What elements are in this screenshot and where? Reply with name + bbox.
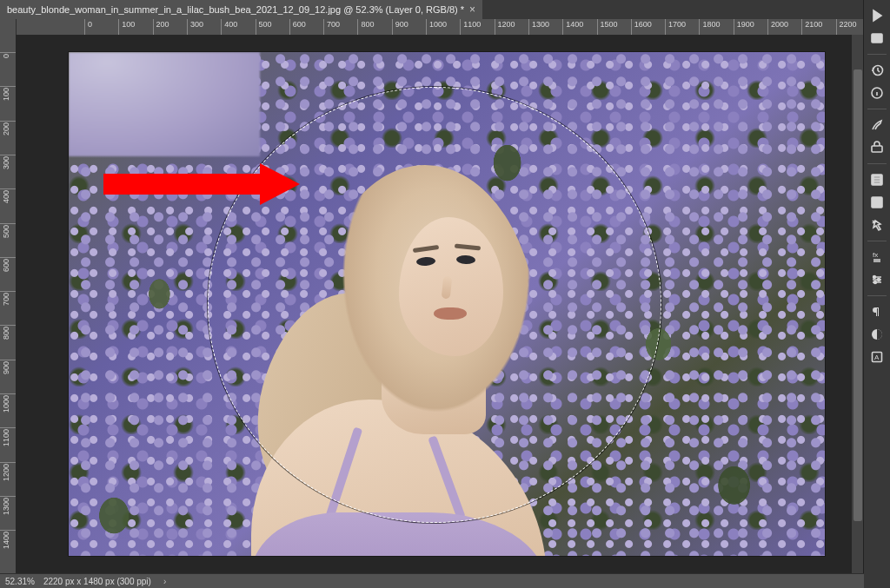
zoom-level[interactable]: 52.31% xyxy=(5,577,35,586)
document-tab-title: beauty_blonde_woman_in_summer_in_a_lilac… xyxy=(7,4,464,15)
masks-icon[interactable] xyxy=(866,324,888,345)
panel-separator xyxy=(867,241,887,241)
adjustments-icon[interactable] xyxy=(866,269,888,290)
canvas-viewport[interactable] xyxy=(16,35,864,574)
document-tab[interactable]: beauty_blonde_woman_in_summer_in_a_lilac… xyxy=(0,0,482,19)
svg-point-14 xyxy=(874,281,877,284)
svg-rect-0 xyxy=(872,34,882,43)
learn-panel-icon[interactable] xyxy=(866,28,888,49)
svg-text:A: A xyxy=(874,353,880,361)
document-info[interactable]: 2220 px x 1480 px (300 ppi) xyxy=(43,577,151,586)
status-flyout-icon[interactable]: › xyxy=(160,577,169,586)
svg-rect-6 xyxy=(873,179,880,181)
elliptical-selection[interactable] xyxy=(208,87,661,523)
svg-text:fx: fx xyxy=(873,251,878,259)
close-tab-icon[interactable]: × xyxy=(469,4,475,15)
svg-rect-5 xyxy=(873,176,880,178)
panel-dock: fxA xyxy=(863,0,890,588)
actions-icon[interactable] xyxy=(866,215,888,235)
vertical-scrollbar[interactable] xyxy=(852,35,864,574)
panel-separator xyxy=(867,54,887,55)
styles-icon[interactable]: fx xyxy=(866,247,888,268)
photoshop-workspace: beauty_blonde_woman_in_summer_in_a_lilac… xyxy=(0,0,890,588)
document-tab-bar: beauty_blonde_woman_in_summer_in_a_lilac… xyxy=(0,0,864,19)
brush-presets-icon[interactable] xyxy=(866,115,888,135)
panel-separator xyxy=(867,295,887,296)
properties-icon[interactable] xyxy=(866,192,888,213)
svg-point-12 xyxy=(873,276,876,279)
panel-separator xyxy=(867,109,887,109)
status-bar: 52.31% 2220 px x 1480 px (300 ppi) › xyxy=(0,573,864,588)
history-icon[interactable] xyxy=(866,60,888,81)
svg-rect-7 xyxy=(873,182,880,183)
character-icon[interactable]: A xyxy=(866,347,888,367)
vertical-ruler[interactable]: 0100200300400500600700800900100011001200… xyxy=(0,19,17,574)
info-icon[interactable] xyxy=(866,83,888,103)
clone-source-icon[interactable] xyxy=(866,137,888,158)
image-canvas[interactable] xyxy=(69,52,825,556)
panel-separator xyxy=(867,163,887,164)
horizontal-ruler[interactable]: 0100200300400500600700800900100011001200… xyxy=(16,19,864,36)
paragraph-icon[interactable] xyxy=(866,301,888,322)
svg-rect-9 xyxy=(873,200,880,202)
svg-rect-10 xyxy=(873,202,880,204)
swatches-icon[interactable] xyxy=(866,169,888,190)
vertical-scrollbar-thumb[interactable] xyxy=(853,69,862,521)
svg-point-13 xyxy=(878,279,880,281)
play-icon[interactable] xyxy=(866,5,888,26)
